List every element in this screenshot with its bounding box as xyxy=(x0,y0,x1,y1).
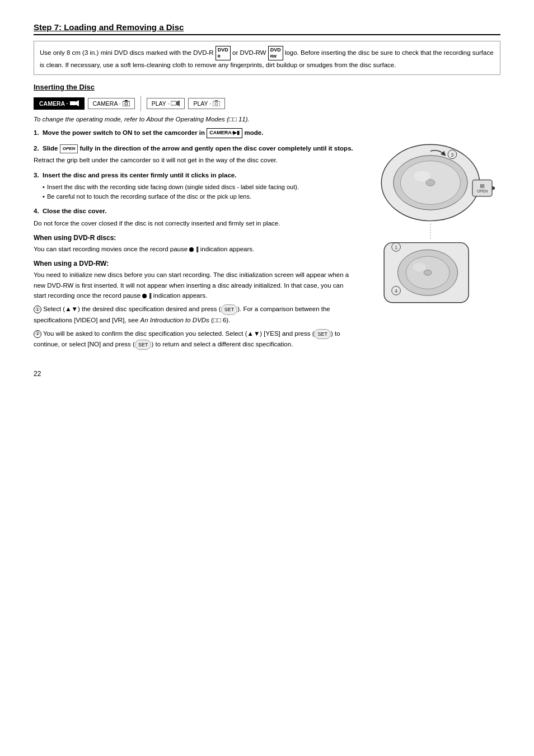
video-icon-play xyxy=(171,100,180,106)
step-2-detail: Retract the grip belt under the camcorde… xyxy=(34,156,357,165)
info-box: Use only 8 cm (3 in.) mini DVD discs mar… xyxy=(34,41,500,75)
svg-text:1: 1 xyxy=(395,245,397,250)
svg-rect-0 xyxy=(70,101,76,105)
diagram-column: 3 |||| OPEN 4 xyxy=(366,128,500,353)
step-3: 3. Insert the disc and press its center … xyxy=(34,171,357,201)
photo-icon-2 xyxy=(213,100,220,106)
mode-separator xyxy=(140,96,141,111)
svg-marker-1 xyxy=(76,100,79,106)
dvd-r-section: When using DVD-R discs: You can start re… xyxy=(34,234,357,254)
ref-line: To change the operating mode, refer to A… xyxy=(34,116,500,123)
main-content: 1. Move the power switch to ON to set th… xyxy=(34,128,500,353)
set-btn-2: SET xyxy=(314,329,331,339)
svg-rect-7 xyxy=(213,101,220,106)
info-text: Use only 8 cm (3 in.) mini DVD discs mar… xyxy=(40,49,494,68)
section-title: Inserting the Disc xyxy=(34,83,500,91)
camera-photo-label: CAMERA · xyxy=(93,100,121,107)
pause-bars-2: ‖ xyxy=(149,292,152,300)
dvd-r-heading: When using DVD-R discs: xyxy=(34,234,357,242)
dvd-rw-para-2: ① Select (▲▼) the desired disc specifica… xyxy=(34,304,357,325)
mode-button-camera-photo[interactable]: CAMERA · xyxy=(88,98,135,109)
svg-point-13 xyxy=(426,179,435,186)
svg-point-3 xyxy=(125,102,128,105)
set-btn-1: SET xyxy=(221,304,238,314)
pause-bars: ‖ xyxy=(196,245,199,254)
play-photo-label: PLAY · xyxy=(193,100,211,107)
dvd-rw-para-1: You need to initialize new discs before … xyxy=(34,270,357,300)
svg-point-25 xyxy=(413,263,426,272)
dvd-r-logo: DVDR xyxy=(216,46,231,60)
step-3-bullet-2: Be careful not to touch the recording su… xyxy=(43,192,357,201)
step-3-bold: 3. Insert the disc and press its center … xyxy=(34,171,357,180)
record-dot xyxy=(189,247,194,252)
svg-rect-2 xyxy=(123,101,130,106)
photo-icon-1 xyxy=(123,100,130,106)
circle-1: ① xyxy=(34,306,41,313)
svg-point-8 xyxy=(215,102,218,105)
circle-2: ② xyxy=(34,330,41,338)
svg-rect-4 xyxy=(125,100,128,101)
step-3-bullet-1: Insert the disc with the recording side … xyxy=(43,182,357,192)
open-badge: OPEN xyxy=(60,144,78,153)
step-4-detail: Do not force the cover closed if the dis… xyxy=(34,219,357,228)
mode-button-camera-vid[interactable]: CAMERA · xyxy=(34,97,85,110)
dvd-rw-logo: DVDRW xyxy=(268,46,283,60)
svg-text:4: 4 xyxy=(395,288,397,294)
dvd-r-text: You can start recording movies once the … xyxy=(34,244,357,254)
step-4: 4. Close the disc cover. Do not force th… xyxy=(34,206,357,228)
svg-marker-6 xyxy=(176,100,180,106)
step-4-bold: 4. Close the disc cover. xyxy=(34,206,357,216)
svg-rect-18 xyxy=(472,180,492,196)
svg-text:||||: |||| xyxy=(480,184,485,188)
dvd-rw-para-3: ② You will be asked to confirm the disc … xyxy=(34,328,357,350)
svg-text:OPEN: OPEN xyxy=(477,189,488,193)
page-container: Step 7: Loading and Removing a Disc Use … xyxy=(34,22,500,378)
step-2-bold: 2. Slide OPEN fully in the direction of … xyxy=(34,144,357,153)
step-1: 1. Move the power switch to ON to set th… xyxy=(34,128,357,138)
mode-button-play-vid[interactable]: PLAY · xyxy=(147,98,185,109)
mode-button-play-photo[interactable]: PLAY · xyxy=(188,98,225,109)
step-2: 2. Slide OPEN fully in the direction of … xyxy=(34,144,357,166)
svg-rect-9 xyxy=(215,100,218,101)
set-btn-3: SET xyxy=(135,340,152,350)
svg-point-24 xyxy=(424,270,432,275)
camcorder-diagram: 3 |||| OPEN 4 xyxy=(366,128,495,341)
dvd-rw-heading: When using a DVD-RW: xyxy=(34,260,357,267)
instructions-column: 1. Move the power switch to ON to set th… xyxy=(34,128,357,353)
camera-vid-label: CAMERA · xyxy=(39,100,68,107)
play-vid-label: PLAY · xyxy=(152,100,170,107)
page-title: Step 7: Loading and Removing a Disc xyxy=(34,22,500,35)
step-1-text: 1. Move the power switch to ON to set th… xyxy=(34,128,357,138)
page-number: 22 xyxy=(34,370,500,378)
svg-text:3: 3 xyxy=(451,152,454,158)
mode-bar: CAMERA · CAMERA · PLAY · xyxy=(34,96,500,111)
record-dot-2 xyxy=(142,294,147,298)
step-3-bullets: Insert the disc with the recording side … xyxy=(34,182,357,201)
svg-point-14 xyxy=(414,171,430,181)
dvd-intro-ref: An Introduction to DVDs xyxy=(140,317,209,323)
svg-rect-5 xyxy=(171,101,176,105)
camera-mode-badge: CAMERA·▶▮ xyxy=(207,128,242,138)
dvd-rw-section: When using a DVD-RW: You need to initial… xyxy=(34,260,357,350)
video-icon-active xyxy=(70,100,79,106)
